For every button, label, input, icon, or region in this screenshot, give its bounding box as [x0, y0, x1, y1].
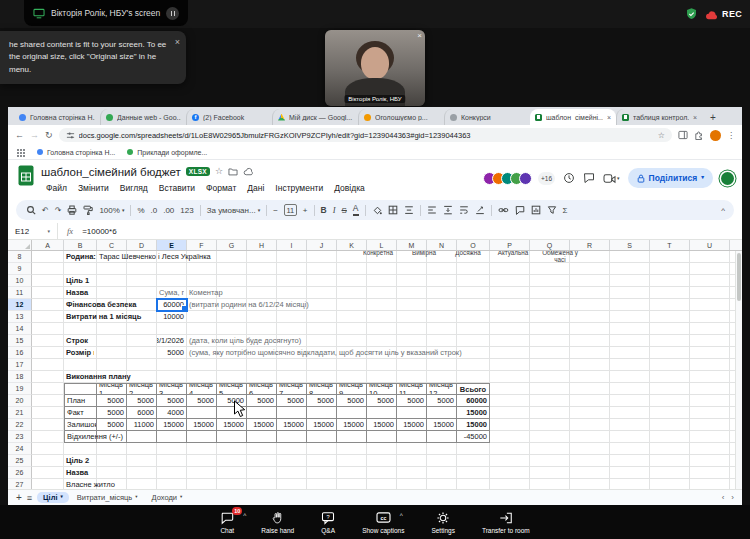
increase-font-size-button[interactable]: +	[303, 206, 308, 215]
cell-M19[interactable]: Місяць 11	[397, 383, 427, 395]
row-header-22[interactable]: 22	[8, 419, 32, 431]
browser-tab-8[interactable]: таблиця контрол...×	[616, 109, 702, 125]
cell-P11[interactable]	[490, 287, 530, 299]
cell-M11[interactable]	[397, 287, 427, 299]
cell-M8[interactable]	[397, 251, 427, 263]
cell-J14[interactable]	[307, 323, 337, 335]
cell-C8[interactable]: Тарас Шевченко і Леся Українка	[97, 251, 127, 263]
cell-C21[interactable]: 5000	[97, 407, 127, 419]
cell-G8[interactable]	[217, 251, 247, 263]
cell-J11[interactable]	[307, 287, 337, 299]
cell-U14[interactable]	[690, 323, 730, 335]
cell-L18[interactable]	[367, 371, 397, 383]
new-tab-button[interactable]: +	[706, 110, 720, 124]
row-header-25[interactable]: 25	[8, 455, 32, 467]
cell-O13[interactable]	[457, 311, 490, 323]
cell-C25[interactable]	[97, 455, 127, 467]
cell-O25[interactable]	[457, 455, 490, 467]
cell-B27[interactable]: Власне житло	[64, 479, 97, 489]
cell-O15[interactable]	[457, 335, 490, 347]
cell-K8[interactable]	[337, 251, 367, 263]
cell-T27[interactable]	[650, 479, 690, 489]
cell-C15[interactable]	[97, 335, 127, 347]
cell-J27[interactable]	[307, 479, 337, 489]
cell-I21[interactable]	[277, 407, 307, 419]
omnibox[interactable]: docs.google.com/spreadsheets/d/1LoE8W029…	[59, 128, 672, 142]
cell-E18[interactable]	[157, 371, 187, 383]
cell-I13[interactable]	[277, 311, 307, 323]
column-header-D[interactable]: D	[127, 240, 157, 250]
cell-R26[interactable]	[570, 467, 610, 479]
cell-R10[interactable]	[570, 275, 610, 287]
cell-B10[interactable]: Ціль 1	[64, 275, 97, 287]
cell-U25[interactable]	[690, 455, 730, 467]
column-header-J[interactable]: J	[307, 240, 337, 250]
cell-K24[interactable]	[337, 443, 367, 455]
cell-S27[interactable]	[610, 479, 650, 489]
cell-S16[interactable]	[610, 347, 650, 359]
cell-D21[interactable]: 6000	[127, 407, 157, 419]
cell-D17[interactable]	[127, 359, 157, 371]
browser-tab-4[interactable]: Мій диск — Googl...	[272, 109, 358, 125]
cell-Q26[interactable]	[530, 467, 570, 479]
cell-Q9[interactable]	[530, 263, 570, 275]
format-percent-button[interactable]: %	[137, 206, 144, 215]
cell-A13[interactable]	[32, 311, 64, 323]
cell-J10[interactable]	[307, 275, 337, 287]
menu-item-4[interactable]: Вставити	[154, 182, 200, 194]
meet-camera-icon[interactable]: ▾	[603, 173, 620, 184]
bold-button[interactable]: B	[321, 205, 327, 215]
cell-U20[interactable]	[690, 395, 730, 407]
cell-U26[interactable]	[690, 467, 730, 479]
cell-M12[interactable]	[397, 299, 427, 311]
cell-H24[interactable]	[247, 443, 277, 455]
cell-Q15[interactable]	[530, 335, 570, 347]
cell-U18[interactable]	[690, 371, 730, 383]
cell-U15[interactable]	[690, 335, 730, 347]
cell-D19[interactable]: Місяць 2	[127, 383, 157, 395]
sheet-scroll-left-icon[interactable]: ‹	[722, 493, 725, 502]
pause-share-button[interactable]	[166, 7, 179, 20]
column-header-S[interactable]: S	[610, 240, 650, 250]
insert-comment-icon[interactable]	[515, 205, 525, 215]
cell-S23[interactable]	[610, 431, 650, 443]
cell-N25[interactable]	[427, 455, 457, 467]
text-rotate-icon[interactable]	[475, 205, 485, 215]
row-header-10[interactable]: 10	[8, 275, 32, 287]
vertical-scrollbar[interactable]	[735, 251, 742, 489]
row-header-16[interactable]: 16	[8, 347, 32, 359]
cell-U8[interactable]	[690, 251, 730, 263]
cell-U9[interactable]	[690, 263, 730, 275]
cell-F10[interactable]	[187, 275, 217, 287]
cell-O10[interactable]	[457, 275, 490, 287]
browser-tab-5[interactable]: Оголошуємо р...	[358, 109, 444, 125]
cell-G19[interactable]: Місяць 5	[217, 383, 247, 395]
cell-B21[interactable]: Факт	[64, 407, 97, 419]
cell-A22[interactable]	[32, 419, 64, 431]
cell-A23[interactable]	[32, 431, 64, 443]
cell-F15[interactable]: (дата, коли ціль буде досягнуто)	[187, 335, 217, 347]
chevron-up-icon[interactable]: ^	[243, 512, 246, 519]
cell-B15[interactable]: Строк	[64, 335, 97, 347]
cell-C16[interactable]	[97, 347, 127, 359]
cell-L14[interactable]	[367, 323, 397, 335]
cell-L24[interactable]	[367, 443, 397, 455]
column-header-E[interactable]: E	[157, 240, 187, 250]
cell-M23[interactable]	[397, 431, 427, 443]
column-header-F[interactable]: F	[187, 240, 217, 250]
cell-O27[interactable]	[457, 479, 490, 489]
cell-O19[interactable]: Всього	[457, 383, 490, 395]
collaborators-overflow-badge[interactable]: +16	[538, 172, 555, 185]
cell-T9[interactable]	[650, 263, 690, 275]
shared-screen-tab[interactable]: Вікторія Ролік, НБУ's screen	[24, 0, 188, 26]
cell-T23[interactable]	[650, 431, 690, 443]
cell-B12[interactable]: Фінансова безпека	[64, 299, 97, 311]
cell-U24[interactable]	[690, 443, 730, 455]
cell-A17[interactable]	[32, 359, 64, 371]
tab-close-icon[interactable]: ×	[607, 114, 611, 121]
cell-E17[interactable]	[157, 359, 187, 371]
cell-E25[interactable]	[157, 455, 187, 467]
cell-L27[interactable]	[367, 479, 397, 489]
cell-E15[interactable]: 8/1/2026	[157, 335, 187, 347]
cell-D11[interactable]	[127, 287, 157, 299]
